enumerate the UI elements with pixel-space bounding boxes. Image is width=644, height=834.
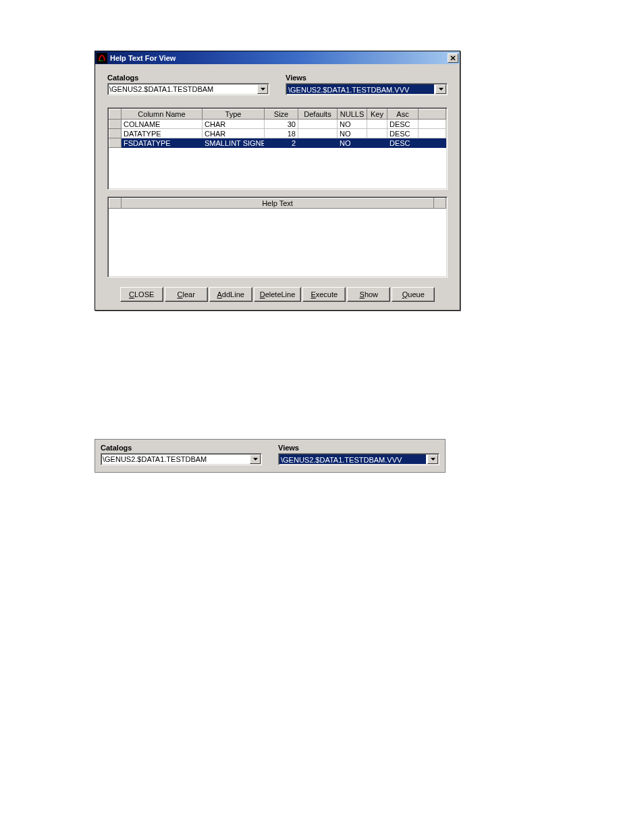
- titlebar[interactable]: xxxx Help Text For View: [95, 51, 460, 64]
- table-row[interactable]: DATATYPECHAR18NODESC: [109, 129, 446, 138]
- views-label: Views: [286, 74, 448, 82]
- col-name[interactable]: Column Name: [122, 109, 203, 120]
- catalogs-label-2: Catalogs: [101, 444, 262, 452]
- catalogs-combo[interactable]: [107, 83, 269, 95]
- columns-header-row: Column Name Type Size Defaults NULLS Key…: [109, 109, 446, 120]
- catalogs-views-snippet: Catalogs Views \GENUS2.$DATA1.TESTDBAM.V…: [95, 439, 446, 473]
- col-nulls[interactable]: NULLS: [338, 109, 367, 120]
- close-button[interactable]: CLOSE: [120, 287, 163, 302]
- addline-button[interactable]: AddLine: [209, 287, 252, 302]
- columns-grid-empty-area[interactable]: [109, 148, 446, 188]
- svg-text:xxxx: xxxx: [99, 59, 103, 62]
- col-size[interactable]: Size: [265, 109, 298, 120]
- catalogs-combo-2[interactable]: [101, 453, 262, 465]
- columns-grid[interactable]: Column Name Type Size Defaults NULLS Key…: [107, 107, 448, 190]
- help-text-view-window: xxxx Help Text For View Catalogs: [95, 51, 460, 311]
- chevron-down-icon[interactable]: [250, 454, 261, 464]
- queue-button[interactable]: Queue: [392, 287, 435, 302]
- col-defaults[interactable]: Defaults: [298, 109, 338, 120]
- views-label-2: Views: [278, 444, 439, 452]
- chevron-down-icon[interactable]: [427, 454, 438, 464]
- views-value-2[interactable]: \GENUS2.$DATA1.TESTDBAM.VVV: [279, 454, 426, 464]
- app-icon: xxxx: [97, 53, 107, 63]
- views-combo[interactable]: \GENUS2.$DATA1.TESTDBAM.VVV: [286, 83, 448, 95]
- table-row[interactable]: FSDATATYPESMALLINT SIGNE2NODESC: [109, 138, 446, 148]
- views-combo-2[interactable]: \GENUS2.$DATA1.TESTDBAM.VVV: [278, 453, 439, 465]
- helptext-grid[interactable]: Help Text: [107, 197, 448, 278]
- execute-button[interactable]: Execute: [302, 287, 346, 302]
- deleteline-button[interactable]: DeleteLine: [254, 287, 302, 302]
- col-type[interactable]: Type: [203, 109, 265, 120]
- clear-button[interactable]: Clear: [165, 287, 208, 302]
- chevron-down-icon[interactable]: [257, 84, 268, 94]
- helptext-grid-empty-area[interactable]: [109, 209, 446, 276]
- client-area: Catalogs Views \GENUS2.$DATA1.TESTDBAM.V…: [95, 64, 460, 310]
- views-value[interactable]: \GENUS2.$DATA1.TESTDBAM.VVV: [287, 84, 434, 94]
- close-icon[interactable]: [448, 53, 458, 63]
- col-tail: [419, 109, 446, 120]
- table-row[interactable]: COLNAMECHAR30NODESC: [109, 120, 446, 129]
- chevron-down-icon[interactable]: [435, 84, 446, 94]
- col-key[interactable]: Key: [367, 109, 387, 120]
- col-rowhdr[interactable]: [109, 109, 122, 120]
- col-asc[interactable]: Asc: [387, 109, 419, 120]
- helptext-header[interactable]: Help Text: [122, 199, 434, 209]
- catalogs-input[interactable]: [108, 84, 257, 95]
- catalogs-input-2[interactable]: [101, 454, 249, 465]
- show-button[interactable]: Show: [347, 287, 390, 302]
- helptext-rowhdr[interactable]: [109, 199, 122, 209]
- helptext-tail: [434, 199, 446, 209]
- catalogs-label: Catalogs: [107, 74, 269, 82]
- button-bar: CLOSE Clear AddLine DeleteLine Execute S…: [107, 287, 448, 302]
- window-title: Help Text For View: [110, 54, 448, 62]
